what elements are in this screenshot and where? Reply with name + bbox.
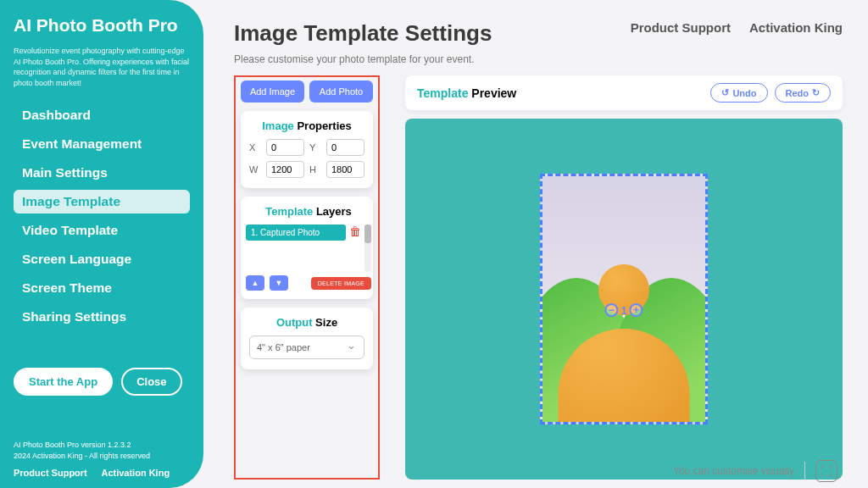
version-text: AI Photo Booth Pro version 1.2.3.2 — [14, 440, 190, 452]
label-w: W — [249, 164, 261, 175]
footer-links: Product Support Activation King — [14, 466, 190, 480]
preview-title: Template Preview — [417, 86, 516, 100]
layer-order-buttons: ▲ ▼ DELETE IMAGE — [246, 275, 371, 291]
header-link-activation[interactable]: Activation King — [749, 20, 843, 35]
sidebar-buttons: Start the App Close — [14, 368, 190, 396]
visual-note-text: You can customise visually — [673, 465, 794, 477]
nav-event-management[interactable]: Event Management — [14, 132, 190, 156]
layers-scrollbar[interactable] — [364, 225, 371, 272]
add-image-button[interactable]: Add Image — [241, 80, 304, 103]
sidebar: AI Photo Booth Pro Revolutionize event p… — [0, 0, 203, 488]
header-row: Image Template Settings Product Support … — [234, 20, 843, 47]
template-layers-title: Template Layers — [246, 205, 371, 218]
minus-icon[interactable]: − — [604, 303, 618, 317]
sidebar-footer: AI Photo Booth Pro version 1.2.3.2 2024 … — [14, 440, 190, 480]
nav-screen-theme[interactable]: Screen Theme — [14, 276, 190, 300]
input-y[interactable] — [326, 139, 364, 156]
header-link-support[interactable]: Product Support — [631, 20, 731, 35]
preview-header: Template Preview ↺Undo Redo↻ — [405, 75, 843, 110]
nav-screen-language[interactable]: Screen Language — [14, 247, 190, 271]
work-area: Add Image Add Photo Image Properties X Y… — [234, 75, 843, 480]
label-y: Y — [309, 142, 321, 152]
expand-icon[interactable]: ⛶ — [815, 460, 837, 482]
layers-list: 1. Captured Photo 🗑 — [246, 225, 371, 272]
layer-indicator[interactable]: − 1 + — [604, 303, 643, 317]
output-size-select[interactable]: 4" x 6" paper — [249, 336, 364, 359]
nav-menu: Dashboard Event Management Main Settings… — [14, 103, 190, 334]
plus-icon[interactable]: + — [630, 303, 643, 317]
nav-sharing-settings[interactable]: Sharing Settings — [14, 305, 190, 329]
page-title: Image Template Settings — [234, 20, 492, 47]
nav-main-settings[interactable]: Main Settings — [14, 161, 190, 185]
page-subtitle: Please customise your photo template for… — [234, 53, 843, 65]
delete-layer-icon[interactable]: 🗑 — [349, 225, 361, 236]
delete-image-button[interactable]: DELETE IMAGE — [311, 277, 371, 290]
output-size-title: Output Size — [249, 316, 364, 329]
template-frame[interactable]: − 1 + — [540, 174, 708, 424]
app-title: AI Photo Booth Pro — [14, 15, 190, 36]
preview-column: Template Preview ↺Undo Redo↻ − 1 + — [405, 75, 843, 480]
undo-button[interactable]: ↺Undo — [710, 83, 767, 103]
preview-canvas[interactable]: − 1 + — [405, 119, 843, 480]
output-select-wrap: 4" x 6" paper — [249, 336, 364, 359]
input-x[interactable] — [266, 139, 304, 156]
layer-item-1[interactable]: 1. Captured Photo — [246, 225, 346, 241]
nav-image-template[interactable]: Image Template — [14, 190, 190, 214]
copyright-text: 2024 Activation King - All rights reserv… — [14, 451, 190, 463]
image-properties-card: Image Properties X Y W H — [241, 111, 373, 188]
image-properties-title: Image Properties — [249, 119, 364, 132]
layers-scroll: 1. Captured Photo — [246, 225, 346, 272]
properties-grid: X Y W H — [249, 139, 364, 178]
app-tagline: Revolutionize event photography with cut… — [14, 46, 190, 88]
undo-icon: ↺ — [721, 87, 729, 98]
indicator-number: 1 — [620, 304, 626, 317]
input-w[interactable] — [266, 161, 304, 178]
template-layers-card: Template Layers 1. Captured Photo 🗑 ▲ ▼ … — [241, 197, 373, 299]
header-links: Product Support Activation King — [631, 20, 843, 35]
redo-button[interactable]: Redo↻ — [775, 83, 832, 103]
main-content: Image Template Settings Product Support … — [203, 0, 868, 488]
divider — [804, 462, 805, 480]
start-app-button[interactable]: Start the App — [14, 368, 113, 396]
nav-video-template[interactable]: Video Template — [14, 219, 190, 242]
settings-panel: Add Image Add Photo Image Properties X Y… — [234, 75, 380, 480]
add-photo-button[interactable]: Add Photo — [309, 80, 373, 103]
redo-icon: ↻ — [812, 87, 820, 98]
close-button[interactable]: Close — [121, 368, 181, 396]
output-size-card: Output Size 4" x 6" paper — [241, 308, 373, 369]
footer-link-support[interactable]: Product Support — [14, 468, 87, 478]
input-h[interactable] — [326, 161, 364, 178]
add-buttons-row: Add Image Add Photo — [241, 80, 373, 103]
layer-up-button[interactable]: ▲ — [246, 275, 264, 291]
undo-redo-group: ↺Undo Redo↻ — [710, 83, 831, 103]
layer-down-button[interactable]: ▼ — [270, 275, 288, 291]
nav-dashboard[interactable]: Dashboard — [14, 103, 190, 127]
label-h: H — [309, 164, 321, 175]
footer-link-activation[interactable]: Activation King — [101, 468, 170, 478]
label-x: X — [249, 142, 261, 152]
visual-customise-note: You can customise visually ⛶ — [673, 460, 837, 482]
